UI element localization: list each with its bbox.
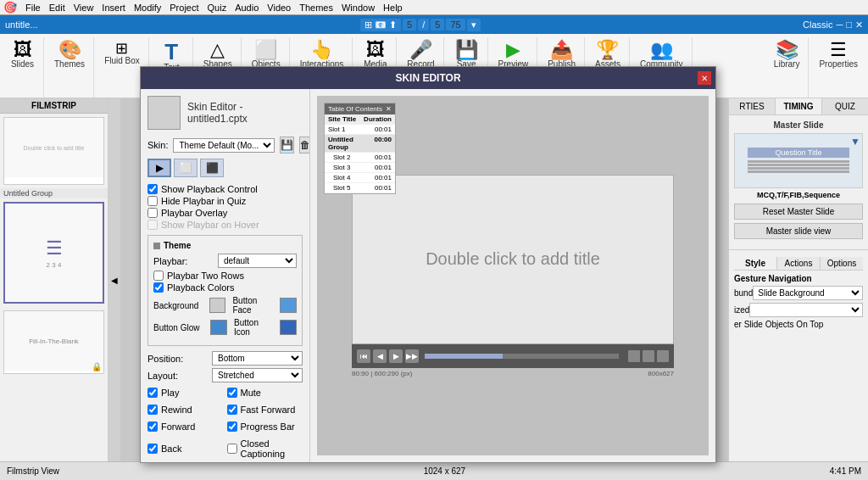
menu-insert[interactable]: Insert xyxy=(102,3,125,13)
color-swatches-row2: Button Glow Button Icon xyxy=(153,318,297,337)
preview-close-btn[interactable] xyxy=(657,350,669,362)
preview-rewind-btn[interactable]: ⏮ xyxy=(357,349,370,363)
toc-close[interactable]: ✕ xyxy=(386,105,392,113)
rewind-checkbox[interactable] xyxy=(147,405,158,415)
menu-window[interactable]: Window xyxy=(342,3,375,13)
playbar-overlay-checkbox[interactable] xyxy=(147,208,158,218)
toc-row-2[interactable]: Slot 2 00:01 xyxy=(325,153,395,163)
objects-on-top-label: er Slide Objects On Top xyxy=(734,320,823,329)
show-playbar-hover-checkbox[interactable] xyxy=(147,220,158,230)
forward-checkbox[interactable] xyxy=(147,421,158,432)
master-dropdown-arrow[interactable]: ▼ xyxy=(850,136,860,148)
playback-btn-1[interactable]: ▶ xyxy=(147,159,171,177)
ribbon-btn-slides[interactable]: 🖼 Slides xyxy=(8,39,37,70)
layout-select[interactable]: Stretched xyxy=(212,368,303,382)
menu-project[interactable]: Project xyxy=(170,3,198,13)
two-rows-checkbox[interactable] xyxy=(153,271,164,281)
app-logo: 🎯 xyxy=(3,1,17,14)
show-playback-checkbox[interactable] xyxy=(147,184,158,194)
fast-forward-checkbox[interactable] xyxy=(227,405,237,415)
slide-thumb-1[interactable]: 1 Double click to add title xyxy=(3,117,104,185)
style-tab-actions[interactable]: Actions xyxy=(777,257,821,270)
fast-forward-label: Fast Forward xyxy=(241,405,296,415)
progress-checkbox[interactable] xyxy=(227,421,237,432)
hide-playbar-quiz-checkbox[interactable] xyxy=(147,196,158,206)
master-thumb-lines xyxy=(748,159,849,174)
menu-video[interactable]: Video xyxy=(267,3,291,13)
back-checkbox[interactable] xyxy=(147,444,158,454)
playback-colors-label: Playback Colors xyxy=(167,282,234,293)
background-select[interactable]: Slide Background xyxy=(753,286,863,300)
theme-box: Theme Playbar: default Playbar Two Rows … xyxy=(147,235,303,346)
menu-modify[interactable]: Modify xyxy=(134,3,161,13)
toc-row-4[interactable]: Slot 4 00:01 xyxy=(325,173,395,183)
ribbon-group-library: 📚 Library xyxy=(765,37,810,98)
assets-icon: 🏆 xyxy=(596,41,619,59)
sized-select[interactable] xyxy=(749,303,863,317)
position-select[interactable]: Bottom xyxy=(212,351,303,366)
toc-row-5[interactable]: Slot 5 00:01 xyxy=(325,183,395,193)
bg-color-swatch[interactable] xyxy=(209,298,226,313)
menu-audio[interactable]: Audio xyxy=(235,3,259,13)
menu-edit[interactable]: Edit xyxy=(49,3,65,13)
skin-save-icon[interactable]: 💾 xyxy=(280,137,294,153)
master-slide-view-button[interactable]: Master slide view xyxy=(734,223,863,239)
zoom-dropdown[interactable]: ▾ xyxy=(467,19,481,31)
window-restore[interactable]: □ xyxy=(846,20,852,30)
preview-size-left: 80:90 | 600:290 (px) xyxy=(352,370,513,377)
preview-forward-btn[interactable]: ▶▶ xyxy=(405,349,419,363)
preview-cc-btn[interactable] xyxy=(628,350,640,362)
icon-swatch-label: Button Icon xyxy=(234,318,273,337)
mute-checkbox[interactable] xyxy=(227,388,237,398)
window-close[interactable]: ✕ xyxy=(855,20,863,31)
skin-preview-box xyxy=(147,96,181,130)
style-tab-style[interactable]: Style xyxy=(734,257,777,270)
menu-help[interactable]: Help xyxy=(383,3,403,13)
playback-btn-3[interactable]: ⬛ xyxy=(200,159,224,177)
ribbon-btn-themes[interactable]: 🎨 Themes xyxy=(51,39,88,70)
bg-swatch-label: Background xyxy=(153,301,203,310)
style-tab-options[interactable]: Options xyxy=(821,257,863,270)
ribbon-btn-library[interactable]: 📚 Library xyxy=(771,39,804,70)
tab-properties[interactable]: RTIES xyxy=(729,98,776,114)
menu-view[interactable]: View xyxy=(74,3,94,13)
closed-captioning-checkbox[interactable] xyxy=(227,444,237,454)
playback-btn-2[interactable]: ⬜ xyxy=(174,159,198,177)
icon-color-swatch[interactable] xyxy=(280,320,297,335)
slide-thumb-5[interactable]: 5 Fill-In-The-Blank 🔒 xyxy=(3,310,104,374)
ribbon-btn-properties[interactable]: ☰ Properties xyxy=(815,39,861,70)
ribbon-btn-fluidbox[interactable]: ⊞ Fluid Box xyxy=(101,39,143,67)
tab-timing[interactable]: TIMING xyxy=(776,98,822,114)
right-panel: RTIES TIMING QUIZ Master Slide Question … xyxy=(728,98,868,461)
slide-thumb-group[interactable]: ☰ 2 3 4 xyxy=(3,202,104,304)
menu-quiz[interactable]: Quiz xyxy=(208,3,227,13)
play-checkbox[interactable] xyxy=(147,388,158,398)
window-minimize[interactable]: ─ xyxy=(837,20,843,30)
master-line-4 xyxy=(748,170,849,173)
toc-row-3-label: Slot 3 xyxy=(333,164,350,171)
sized-row: ized xyxy=(734,303,863,317)
skin-editor-close-button[interactable]: ✕ xyxy=(698,71,711,85)
group-label: Untitled Group xyxy=(0,188,108,198)
skin-select[interactable]: Theme Default (Mo... xyxy=(173,138,275,153)
tab-quiz[interactable]: QUIZ xyxy=(822,98,868,114)
publish-icon: 📤 xyxy=(550,41,573,59)
reset-master-slide-button[interactable]: Reset Master Slide xyxy=(734,204,863,220)
toc-row-3[interactable]: Slot 3 00:01 xyxy=(325,163,395,173)
filmstrip-collapse-arrow[interactable]: ◀ xyxy=(108,98,120,461)
preview-progress-bar[interactable] xyxy=(425,354,619,359)
preview-play-btn[interactable]: ▶ xyxy=(389,349,403,363)
menu-themes[interactable]: Themes xyxy=(299,3,333,13)
playback-colors-checkbox[interactable] xyxy=(153,282,164,293)
preview-mute-btn[interactable] xyxy=(643,350,654,362)
preview-back-btn[interactable]: ◀ xyxy=(373,349,387,363)
glow-color-swatch[interactable] xyxy=(210,320,227,335)
properties-icon: ☰ xyxy=(830,41,847,59)
menu-file[interactable]: File xyxy=(25,3,41,13)
toc-row-0[interactable]: Slot 1 00:01 xyxy=(325,125,395,135)
playbar-select[interactable]: default xyxy=(218,254,297,268)
skin-delete-icon[interactable]: 🗑 xyxy=(299,137,310,153)
fluidbox-icon: ⊞ xyxy=(115,41,128,56)
face-color-swatch[interactable] xyxy=(280,298,297,313)
toc-row-1[interactable]: Untitled Group 00:00 xyxy=(325,135,395,153)
